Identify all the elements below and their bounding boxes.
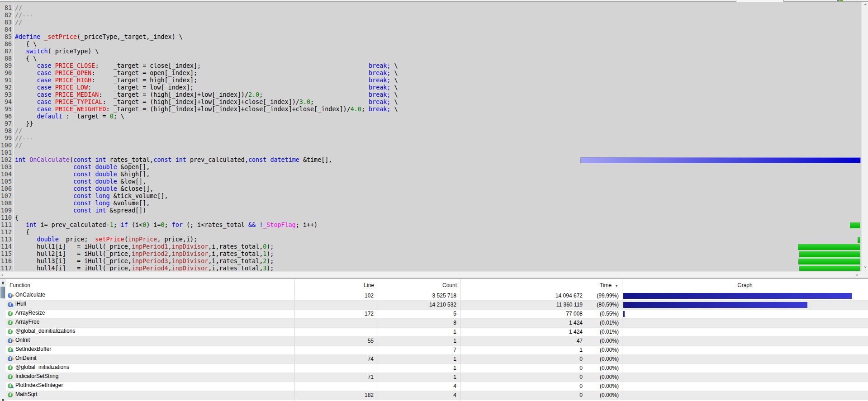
line-number: 85 — [0, 33, 14, 41]
scroll-down-icon[interactable]: ⌄ — [863, 264, 867, 269]
time-bar-green — [850, 222, 860, 228]
time-bar-blue — [580, 157, 861, 163]
code-line: 106 const double &close[], — [0, 185, 398, 193]
table-row-SetIndexBuffer[interactable]: f+SetIndexBuffer71(0.00%) — [6, 346, 868, 355]
table-row-OnDeinit[interactable]: fOnDeinit7410(0.00%) — [6, 355, 868, 364]
horizontal-scrollbar[interactable]: ‹ › — [0, 271, 861, 278]
table-row-OnInit[interactable]: fOnInit55147(0.00%) — [6, 337, 868, 346]
column-header-function[interactable]: Function — [6, 279, 294, 292]
time-value: 47 — [460, 337, 583, 345]
code-line: 86 { \ — [0, 41, 398, 48]
table-row-iHull[interactable]: f+iHull14 210 53211 360 119(80.59%) — [6, 301, 868, 310]
time-percent: (0.01%) — [583, 328, 619, 336]
time-bar-green — [799, 251, 860, 257]
line-number: 117 — [0, 265, 14, 271]
code-line: 88 { \ — [0, 55, 398, 62]
code-line: 104 const double &high[], — [0, 171, 398, 178]
function-name: OnInit — [15, 337, 30, 343]
line-number: 84 — [0, 26, 14, 33]
table-row-OnCalculate[interactable]: fOnCalculate1023 525 71814 094 672(99.99… — [6, 292, 868, 301]
table-row-@global_deinitializations[interactable]: f@global_deinitializations11 424(0.01%) — [6, 328, 868, 337]
scroll-right-icon[interactable]: › — [856, 273, 858, 277]
function-name: @global_deinitializations — [15, 328, 75, 334]
time-value: 1 — [460, 346, 583, 354]
line-value: 71 — [294, 373, 374, 382]
count-value: 1 — [378, 364, 456, 373]
time-value: 77 008 — [460, 310, 583, 318]
line-value: 102 — [294, 292, 374, 300]
vertical-scrollbar[interactable]: ⌃ ⌄ — [861, 2, 868, 271]
column-header-time[interactable]: Time▼ — [460, 279, 622, 292]
code-line: 115 hull2[i] = iHull(_price,inpPeriod2,i… — [0, 250, 398, 258]
code-line: 108 const long &volume[], — [0, 200, 398, 207]
line-number: 83 — [0, 19, 14, 26]
line-value — [294, 346, 374, 354]
profiler-table: FunctionLineCountTime▼Graph fOnCalculate… — [6, 279, 868, 401]
function-name: ArrayFree — [15, 319, 39, 325]
code-line: 84 — [0, 26, 398, 33]
line-number: 101 — [0, 149, 14, 156]
code-line: 97 }} — [0, 120, 398, 127]
code-line: 117 hull4[i] = iHull(_price,inpPeriod4,i… — [0, 265, 398, 271]
line-number: 109 — [0, 207, 14, 214]
time-percent: (0.00%) — [583, 373, 619, 382]
code-line: 110{ — [0, 214, 398, 222]
table-row-@global_initializations[interactable]: f@global_initializations10(0.00%) — [6, 364, 868, 373]
column-header-count[interactable]: Count — [378, 279, 460, 292]
line-value — [294, 382, 374, 391]
time-bar-green — [798, 244, 860, 250]
time-percent: (0.00%) — [583, 391, 619, 400]
table-row-IndicatorSetString[interactable]: fIndicatorSetString7110(0.00%) — [6, 373, 868, 382]
function-name: iHull — [15, 301, 26, 307]
code-line: 85#define _setPrice(_priceType,_target,_… — [0, 33, 398, 41]
code-line: 116 hull3[i] = iHull(_price,inpPeriod3,i… — [0, 258, 398, 265]
time-percent: (0.00%) — [583, 337, 619, 345]
line-number: 105 — [0, 178, 14, 185]
code-line: 96 default : _target = 0; \ — [0, 113, 398, 120]
line-number: 111 — [0, 222, 14, 229]
table-row-ArrayResize[interactable]: fArrayResize172577 008(0.55%) — [6, 310, 868, 319]
panel-grip[interactable] — [0, 287, 5, 298]
table-row-PlotIndexSetInteger[interactable]: f+PlotIndexSetInteger40(0.00%) — [6, 382, 868, 391]
time-percent: (0.00%) — [583, 346, 619, 354]
function-name: OnCalculate — [15, 292, 45, 298]
count-value: 1 — [378, 337, 456, 345]
code-line: 109 const int &spread[]) — [0, 207, 398, 214]
time-value: 0 — [460, 373, 583, 382]
line-number: 110 — [0, 214, 14, 222]
scroll-left-icon[interactable]: ‹ — [1, 273, 3, 277]
line-number: 106 — [0, 185, 14, 193]
close-panel-button[interactable]: x — [0, 280, 5, 286]
function-icon-builtinplus: f+ — [8, 383, 15, 390]
column-header-graph[interactable]: Graph — [622, 279, 868, 292]
panel-bottom-close-icon[interactable]: x — [0, 397, 5, 401]
time-bar-green — [799, 266, 860, 271]
time-value: 0 — [460, 382, 583, 391]
function-name: MathSqrt — [15, 391, 38, 397]
table-row-ArrayFree[interactable]: fArrayFree81 424(0.01%) — [6, 319, 868, 328]
function-name: OnDeinit — [15, 355, 37, 361]
time-value: 1 424 — [460, 319, 583, 327]
panel-sidebar: x x — [0, 279, 6, 401]
table-row-MathSqrt[interactable]: fMathSqrt18240(0.00%) — [6, 391, 868, 400]
line-number: 115 — [0, 250, 14, 258]
time-percent: (0.00%) — [583, 355, 619, 363]
line-number: 81 — [0, 5, 14, 12]
time-value: 0 — [460, 391, 583, 400]
line-number: 108 — [0, 200, 14, 207]
line-value — [294, 328, 374, 336]
line-number: 96 — [0, 113, 14, 120]
line-number: 100 — [0, 142, 14, 149]
line-number: 99 — [0, 135, 14, 142]
code-editor[interactable]: 81//82//---83//8485#define _setPrice(_pr… — [0, 2, 861, 271]
column-header-line[interactable]: Line — [294, 279, 378, 292]
function-icon-builtin: f — [8, 365, 15, 372]
line-number: 113 — [0, 236, 14, 243]
line-number: 82 — [0, 12, 14, 19]
line-number: 102 — [0, 156, 14, 164]
scroll-up-icon[interactable]: ⌃ — [863, 4, 867, 8]
function-icon-builtin: f — [8, 311, 15, 317]
line-number: 104 — [0, 171, 14, 178]
column-divider — [294, 279, 295, 401]
time-value: 0 — [460, 364, 583, 373]
